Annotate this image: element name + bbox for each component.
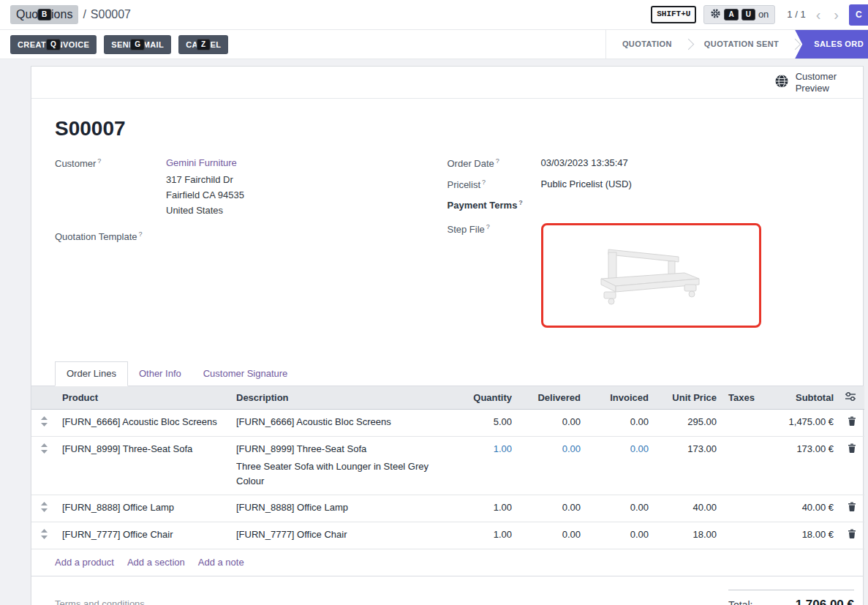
shortcut-hint-u-badge: U: [741, 9, 755, 20]
step-file-3d-preview: [592, 239, 709, 312]
cell-quantity[interactable]: 1.00: [452, 495, 518, 522]
breadcrumb-quotations-link[interactable]: Quotations B: [10, 5, 78, 23]
cell-invoiced[interactable]: 0.00: [586, 436, 654, 495]
order-date-field: Order Date? 03/03/2023 13:35:47: [448, 156, 840, 170]
row-drag-handle[interactable]: [31, 436, 56, 495]
send-email-button[interactable]: SEND EMAIL G: [104, 35, 171, 54]
column-header-product: Product: [56, 386, 230, 410]
cell-taxes[interactable]: [722, 495, 758, 522]
cell-description[interactable]: [FURN_8888] Office Lamp: [230, 495, 452, 522]
delete-row-icon[interactable]: [839, 495, 864, 522]
cell-unit-price[interactable]: 173.00: [654, 436, 722, 495]
tab-order-lines[interactable]: Order Lines: [55, 361, 128, 386]
tab-customer-signature[interactable]: Customer Signature: [192, 362, 299, 386]
customer-link[interactable]: Gemini Furniture: [166, 157, 237, 168]
cell-subtotal: 18.00 €: [758, 522, 839, 549]
cell-delivered[interactable]: 0.00: [518, 410, 586, 437]
cell-taxes[interactable]: [722, 522, 758, 549]
stage-sales-order[interactable]: SALES ORD: [795, 30, 868, 59]
cell-product[interactable]: [FURN_8999] Three-Seat Sofa: [56, 436, 230, 495]
customer-preview-label-line1: Customer: [796, 71, 837, 83]
cell-description[interactable]: [FURN_7777] Office Chair: [230, 522, 452, 549]
shortcut-hint-b-badge: B: [37, 9, 51, 20]
cell-delivered[interactable]: 0.00: [518, 436, 586, 495]
column-header-quantity: Quantity: [452, 386, 518, 410]
cancel-button[interactable]: CANCEL Z: [178, 35, 228, 54]
cell-unit-price[interactable]: 295.00: [654, 410, 722, 437]
customer-address: 317 Fairchild Dr Fairfield CA 94535 Unit…: [166, 173, 244, 218]
payment-terms-field[interactable]: Payment Terms?: [448, 198, 840, 211]
cell-product[interactable]: [FURN_7777] Office Chair: [56, 522, 230, 549]
customer-preview-label-line2: Preview: [796, 83, 837, 94]
cell-product[interactable]: [FURN_8888] Office Lamp: [56, 495, 230, 522]
quotation-template-field[interactable]: Quotation Template?: [55, 229, 448, 243]
cell-quantity[interactable]: 1.00: [452, 436, 518, 495]
sheet-top-row: Customer Preview: [31, 67, 863, 99]
cell-unit-price[interactable]: 18.00: [654, 522, 722, 549]
cell-quantity[interactable]: 1.00: [452, 522, 518, 549]
payment-terms-label: Payment Terms?: [448, 198, 541, 211]
cell-subtotal: 173.00 €: [758, 436, 839, 495]
cell-taxes[interactable]: [722, 436, 758, 495]
cell-delivered[interactable]: 0.00: [518, 522, 586, 549]
cell-product[interactable]: [FURN_6666] Acoustic Bloc Screens: [56, 410, 230, 437]
action-bar: CREATE INVOICE Q SEND EMAIL G CANCEL Z Q…: [0, 30, 868, 59]
pricelist-value[interactable]: Public Pricelist (USD): [541, 177, 632, 190]
delete-row-icon[interactable]: [839, 522, 864, 549]
add-a-product-link[interactable]: Add a product: [55, 557, 114, 568]
customer-preview-button[interactable]: Customer Preview: [774, 71, 837, 94]
terms-and-conditions-input[interactable]: Terms and conditions...: [55, 598, 153, 605]
pricelist-label: Pricelist?: [448, 177, 541, 191]
delete-row-icon[interactable]: [839, 410, 864, 437]
add-a-note-link[interactable]: Add a note: [198, 557, 244, 568]
row-drag-handle[interactable]: [31, 410, 56, 437]
breadcrumb: Quotations B / S00007: [10, 5, 131, 23]
action-menu-label-fragment: on: [758, 9, 769, 20]
cell-delivered[interactable]: 0.00: [518, 495, 586, 522]
topbar-controls: SHIFT+U A U on 1 / 1 ‹ › C: [651, 4, 868, 26]
cell-taxes[interactable]: [722, 410, 758, 437]
sheet-body: S00007 Customer? Gemini Furniture 317 Fa…: [31, 116, 863, 362]
create-invoice-button[interactable]: CREATE INVOICE Q: [10, 35, 97, 54]
stage-quotation-sent[interactable]: QUOTATION SENT: [688, 30, 795, 59]
column-header-subtotal: Subtotal: [758, 386, 839, 410]
top-bar: Quotations B / S00007 SHIFT+U A U on 1 /…: [0, 0, 868, 30]
tab-other-info[interactable]: Other Info: [128, 362, 192, 386]
globe-icon: [774, 74, 789, 91]
shortcut-hint-g-badge: G: [130, 39, 145, 50]
stage-quotation[interactable]: QUOTATION: [606, 30, 688, 59]
drag-column-header: [31, 386, 56, 410]
cell-invoiced[interactable]: 0.00: [586, 522, 654, 549]
cell-description[interactable]: [FURN_8999] Three-Seat Sofa Three Seater…: [230, 436, 452, 495]
create-button-clipped[interactable]: C: [849, 4, 868, 26]
notebook-tabs: Order Lines Other Info Customer Signatur…: [31, 362, 863, 386]
delete-row-icon[interactable]: [839, 436, 864, 495]
total-summary: Total: 1,706.00 €: [728, 590, 854, 605]
pager-next-button[interactable]: ›: [831, 7, 842, 22]
cell-invoiced[interactable]: 0.00: [586, 495, 654, 522]
optional-columns-icon[interactable]: [839, 386, 864, 410]
step-file-image-field[interactable]: [541, 223, 761, 328]
customer-field: Customer? Gemini Furniture 317 Fairchild…: [55, 156, 448, 219]
order-date-value[interactable]: 03/03/2023 13:35:47: [541, 156, 628, 169]
cell-unit-price[interactable]: 40.00: [654, 495, 722, 522]
row-drag-handle[interactable]: [31, 522, 56, 549]
cell-description-line2: Three Seater Sofa with Lounger in Steel …: [236, 459, 446, 488]
row-drag-handle[interactable]: [31, 495, 56, 522]
breadcrumb-current: S00007: [91, 7, 131, 21]
shortcut-hint-z-badge: Z: [197, 39, 211, 50]
order-lines-table: Product Description Quantity Delivered I…: [31, 386, 864, 549]
action-menu-button[interactable]: A U on: [703, 5, 775, 25]
column-header-delivered: Delivered: [518, 386, 586, 410]
pager-previous-button[interactable]: ‹: [813, 7, 824, 22]
cell-quantity[interactable]: 5.00: [452, 410, 518, 437]
add-a-section-link[interactable]: Add a section: [127, 557, 185, 568]
cell-description[interactable]: [FURN_6666] Acoustic Bloc Screens: [230, 410, 452, 437]
gear-icon: [710, 8, 721, 22]
total-value: 1,706.00 €: [796, 598, 854, 605]
cell-invoiced[interactable]: 0.00: [586, 410, 654, 437]
action-buttons: CREATE INVOICE Q SEND EMAIL G CANCEL Z: [0, 30, 605, 59]
order-line-row: [FURN_6666] Acoustic Bloc Screens [FURN_…: [31, 410, 864, 437]
help-icon: ?: [518, 199, 523, 206]
column-header-unit-price: Unit Price: [654, 386, 722, 410]
